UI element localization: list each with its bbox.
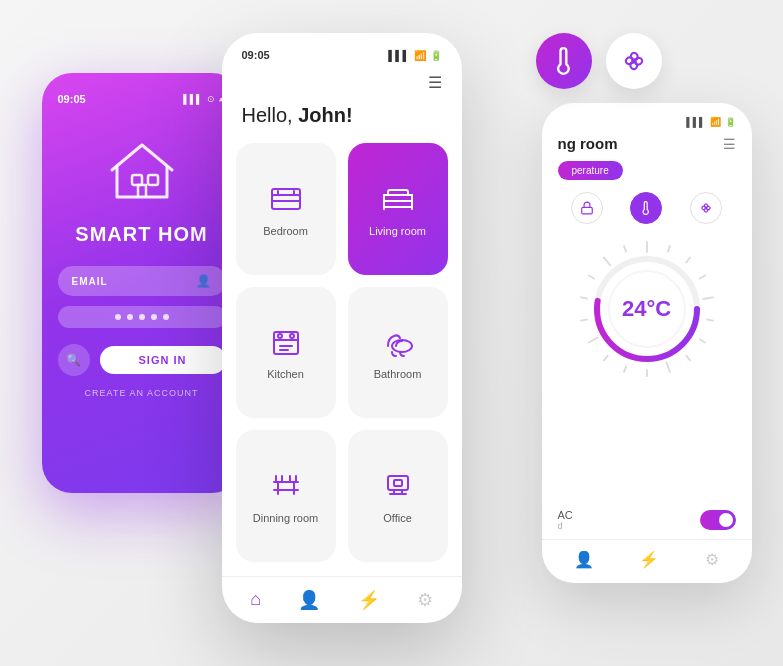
right-top: ▌▌▌ 📶 🔋 ng room ☰ perature <box>542 103 752 234</box>
center-time: 09:05 <box>242 49 270 61</box>
svg-rect-2 <box>148 175 158 185</box>
svg-line-19 <box>686 356 690 361</box>
nav-settings-icon[interactable]: ⚙ <box>417 589 433 611</box>
ac-info: AC d <box>558 509 573 531</box>
thermo-icon[interactable] <box>630 192 662 224</box>
svg-line-16 <box>703 297 713 299</box>
svg-line-25 <box>581 320 587 321</box>
battery-icon: 🔋 <box>430 50 442 61</box>
ac-sub: d <box>558 521 573 531</box>
svg-line-27 <box>588 276 593 279</box>
user-icon: 👤 <box>196 274 212 288</box>
right-nav-bolt[interactable]: ⚡ <box>639 550 659 569</box>
nav-bolt-icon[interactable]: ⚡ <box>358 589 380 611</box>
right-status-bar: ▌▌▌ 📶 🔋 <box>558 117 736 127</box>
thermostat-container: 24°C <box>542 234 752 493</box>
svg-line-13 <box>667 246 669 252</box>
floating-fan-icon[interactable] <box>606 33 662 89</box>
bedroom-label: Bedroom <box>263 225 308 237</box>
dot3 <box>139 314 145 320</box>
temperature-display: 24°C <box>622 296 671 322</box>
password-field[interactable] <box>58 306 226 328</box>
create-account-link[interactable]: CREATE AN ACCOUNT <box>85 388 199 398</box>
wifi-icon: 📶 <box>414 50 426 61</box>
right-wifi: 📶 <box>710 117 721 127</box>
svg-line-17 <box>707 320 713 321</box>
room-card-dinning-room[interactable]: Dinning room <box>236 430 336 562</box>
center-top: 09:05 ▌▌▌ 📶 🔋 ☰ Hello, John! <box>222 33 462 143</box>
nav-home-icon[interactable]: ⌂ <box>250 589 261 611</box>
email-field[interactable]: EMAIL 👤 <box>58 266 226 296</box>
menu-button[interactable]: ☰ <box>242 73 442 92</box>
room-card-office[interactable]: Office <box>348 430 448 562</box>
dot2 <box>127 314 133 320</box>
svg-line-18 <box>699 340 704 343</box>
svg-rect-1 <box>132 175 142 185</box>
room-card-living-room[interactable]: Living room <box>348 143 448 275</box>
right-battery: 🔋 <box>725 117 736 127</box>
svg-line-20 <box>666 363 669 372</box>
svg-point-5 <box>278 334 282 338</box>
temperature-tab[interactable]: perature <box>558 161 623 180</box>
svg-line-28 <box>603 258 609 266</box>
left-status-bar: 09:05 ▌▌▌ ⊙ ▰ <box>58 93 226 105</box>
svg-line-24 <box>588 338 597 343</box>
svg-line-22 <box>624 366 626 372</box>
center-status-icons: ▌▌▌ 📶 🔋 <box>388 50 441 61</box>
email-label: EMAIL <box>72 276 108 287</box>
office-label: Office <box>383 512 412 524</box>
center-phone: 09:05 ▌▌▌ 📶 🔋 ☰ Hello, John! <box>222 33 462 623</box>
dinning-room-label: Dinning room <box>253 512 318 524</box>
left-time: 09:05 <box>58 93 86 105</box>
thermostat-dial[interactable]: 24°C <box>572 234 722 384</box>
kitchen-label: Kitchen <box>267 368 304 380</box>
ac-toggle[interactable] <box>700 510 736 530</box>
svg-rect-10 <box>582 207 593 213</box>
sign-in-button[interactable]: SIGN IN <box>100 346 226 374</box>
dot5 <box>163 314 169 320</box>
lock-icon[interactable] <box>571 192 603 224</box>
fan-icon[interactable] <box>690 192 722 224</box>
right-phone: ▌▌▌ 📶 🔋 ng room ☰ perature <box>542 103 752 583</box>
house-icon <box>102 135 182 209</box>
signal-icon: ▌▌▌ <box>183 94 202 104</box>
nav-person-icon[interactable]: 👤 <box>298 589 320 611</box>
svg-point-6 <box>290 334 294 338</box>
search-icon[interactable]: 🔍 <box>58 344 90 376</box>
greeting-text: Hello, John! <box>242 104 442 127</box>
svg-line-23 <box>603 356 607 361</box>
ac-label: AC <box>558 509 573 521</box>
signal-icon: ▌▌▌ <box>388 50 409 61</box>
temperature-value: 24°C <box>622 296 671 322</box>
right-nav-person[interactable]: 👤 <box>574 550 594 569</box>
app-scene: 09:05 ▌▌▌ ⊙ ▰ SMART HOM EMAIL 👤 <box>12 13 772 653</box>
svg-line-26 <box>581 297 587 298</box>
dot1 <box>115 314 121 320</box>
left-phone: 09:05 ▌▌▌ ⊙ ▰ SMART HOM EMAIL 👤 <box>42 73 242 493</box>
living-room-label: Living room <box>369 225 426 237</box>
right-room-title: ng room <box>558 135 618 152</box>
center-navbar: ⌂ 👤 ⚡ ⚙ <box>222 576 462 623</box>
svg-rect-8 <box>388 476 408 490</box>
svg-line-29 <box>624 246 626 252</box>
floating-thermometer-icon[interactable] <box>536 33 592 89</box>
svg-line-14 <box>686 258 690 263</box>
room-card-bathroom[interactable]: Bathroom <box>348 287 448 419</box>
svg-line-15 <box>699 276 704 279</box>
dot4 <box>151 314 157 320</box>
center-status-bar: 09:05 ▌▌▌ 📶 🔋 <box>242 49 442 61</box>
sign-in-section: 🔍 SIGN IN <box>58 344 226 376</box>
left-status-icons: ▌▌▌ ⊙ ▰ <box>183 93 225 105</box>
ac-section: AC d <box>542 501 752 539</box>
room-card-bedroom[interactable]: Bedroom <box>236 143 336 275</box>
control-icons <box>558 192 736 224</box>
right-navbar: 👤 ⚡ ⚙ <box>542 539 752 583</box>
right-menu-button[interactable]: ☰ <box>723 136 736 152</box>
rooms-grid: Bedroom Living room <box>222 143 462 576</box>
room-card-kitchen[interactable]: Kitchen <box>236 287 336 419</box>
brand-name: SMART HOM <box>75 223 207 246</box>
svg-rect-9 <box>394 480 402 486</box>
bathroom-label: Bathroom <box>374 368 422 380</box>
user-name: John! <box>298 104 352 126</box>
right-nav-settings[interactable]: ⚙ <box>705 550 719 569</box>
